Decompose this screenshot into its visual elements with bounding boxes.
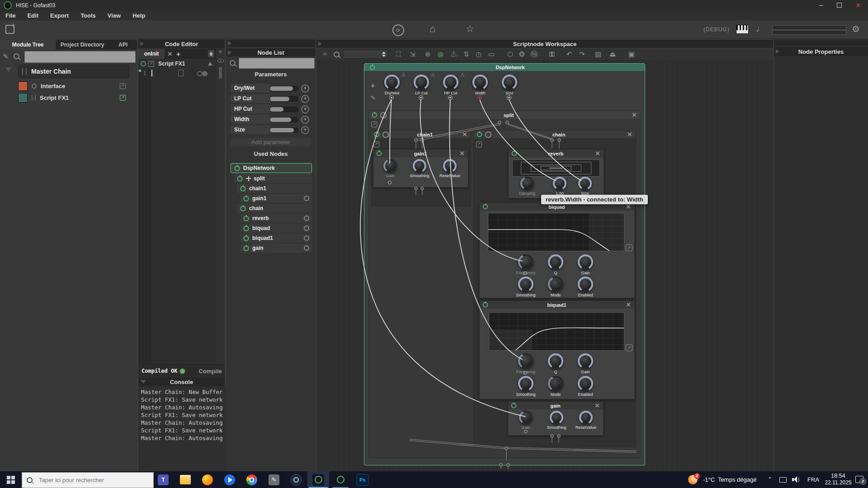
chain1-header[interactable]: chain1 ✕: [371, 131, 471, 138]
biquad-knob-gain[interactable]: Gain: [573, 254, 598, 275]
taskbar-app-firefox[interactable]: [197, 471, 218, 488]
taskbar-app-player[interactable]: [219, 471, 241, 488]
add-tab-icon[interactable]: +: [176, 50, 180, 58]
clock-widget[interactable]: 18:54 22.11.2025: [824, 473, 853, 486]
delete-node-icon[interactable]: ✕: [625, 203, 632, 210]
param-add-connection-icon[interactable]: +: [301, 95, 309, 103]
biquad-knob-smoothing[interactable]: Smoothing: [513, 277, 538, 297]
freeze-icon[interactable]: ✳: [322, 51, 328, 57]
fold-icon[interactable]: [318, 42, 322, 46]
fit-to-screen-icon[interactable]: ⛶: [396, 51, 401, 57]
power-icon[interactable]: [477, 132, 482, 137]
workspace-header[interactable]: Scriptnode Workspace: [316, 40, 773, 48]
delete-node-icon[interactable]: ✕: [594, 402, 601, 409]
network-knob-size[interactable]: Size: [497, 75, 522, 95]
drag-handle-icon[interactable]: [32, 95, 36, 100]
delete-node-icon[interactable]: ✕: [594, 150, 601, 157]
menu-tools[interactable]: Tools: [80, 12, 96, 19]
reverb-node[interactable]: reverb✕ Damping 1.00 Size: [508, 149, 604, 198]
interface-color-swatch[interactable]: [18, 81, 28, 91]
maximize-button[interactable]: [830, 0, 848, 10]
home-icon[interactable]: ⌂: [429, 24, 435, 34]
tab-api[interactable]: API: [109, 40, 137, 50]
param-label-lpcut[interactable]: LP Cut: [231, 94, 270, 103]
param-slider-size[interactable]: [269, 127, 298, 133]
binoculars-icon[interactable]: [197, 71, 203, 76]
error-icon[interactable]: ⊗: [425, 51, 431, 57]
tab-oninit[interactable]: onInit: [138, 49, 165, 59]
fold-icon[interactable]: [228, 41, 231, 46]
interface-label[interactable]: Interface: [41, 83, 65, 89]
module-search-icon[interactable]: [14, 53, 19, 59]
biquad1-knob-q[interactable]: Q: [543, 353, 568, 374]
minimize-button[interactable]: ─: [812, 0, 830, 10]
color-icon[interactable]: ❂: [519, 51, 525, 57]
taskbar-search[interactable]: [22, 472, 154, 488]
mod-target-icon[interactable]: [304, 216, 309, 221]
fold-icon[interactable]: [140, 42, 144, 46]
biquad1-knob-smoothing[interactable]: Smoothing: [513, 376, 538, 397]
dspnetwork-header[interactable]: DspNetwork: [364, 64, 645, 71]
power-icon[interactable]: [483, 302, 488, 307]
network-icon[interactable]: [779, 477, 787, 483]
comment-bubble-icon[interactable]: ▭: [488, 51, 495, 57]
tray-chevron-icon[interactable]: ⌃: [768, 477, 772, 482]
node-search-input[interactable]: [239, 58, 315, 69]
export-eject-icon[interactable]: ⏏: [609, 51, 616, 57]
console-log[interactable]: Master Chain: New Buffer Script FX1: Sav…: [138, 386, 227, 473]
edit-pencil-icon[interactable]: ✎: [3, 53, 9, 60]
reverb-knob-damping[interactable]: Damping: [514, 177, 540, 196]
param-label-size[interactable]: Size: [231, 125, 270, 134]
gain-node[interactable]: gain✕ Gain Smoothing ResetValue: [508, 401, 604, 436]
biquad-node[interactable]: biquad✕ ↗ Frequency Q Gain Smoothing Mod…: [479, 202, 635, 298]
tab-project-directory[interactable]: Project Directory: [56, 40, 109, 50]
menu-view[interactable]: View: [108, 12, 121, 19]
param-label-width[interactable]: Width: [231, 115, 270, 124]
node-search-icon[interactable]: [230, 60, 236, 66]
profile-clock-icon[interactable]: ◷: [476, 51, 481, 57]
scriptnode-canvas[interactable]: DspNetwork + ✎ Dry/Wet LP Cut HP Cut Wid…: [316, 60, 773, 471]
reverb-knob-size[interactable]: Size: [572, 177, 598, 196]
speaker-icon[interactable]: ): [792, 476, 799, 483]
biquad-knob-enabled[interactable]: Enabled: [573, 277, 598, 297]
language-indicator[interactable]: FRA: [807, 476, 819, 483]
taskbar-app-chrome[interactable]: [241, 471, 263, 488]
wrap-node-icon[interactable]: ⬡: [507, 51, 513, 57]
biquad-knob-q[interactable]: Q: [543, 254, 568, 275]
node-properties-header[interactable]: Node Properties: [774, 47, 868, 56]
network-knob-drywet[interactable]: Dry/Wet: [379, 75, 405, 95]
delete-node-icon[interactable]: ✕: [461, 131, 468, 138]
used-node-split[interactable]: split: [234, 174, 312, 183]
param-slider-lpcut[interactable]: [269, 96, 298, 102]
power-icon[interactable]: [377, 151, 382, 156]
close-tab-icon[interactable]: ✕: [166, 51, 174, 57]
interface-open-icon[interactable]: ↗: [120, 83, 126, 89]
power-icon[interactable]: [512, 151, 517, 156]
power-icon[interactable]: [370, 65, 375, 70]
power-icon[interactable]: [372, 113, 377, 117]
param-slider-width[interactable]: [269, 117, 298, 122]
node-list-outer-bar[interactable]: [226, 40, 316, 47]
close-button[interactable]: ✕: [848, 0, 868, 10]
biquad-knob-frequency[interactable]: Frequency: [513, 254, 538, 275]
open-external-icon[interactable]: ↗: [476, 141, 482, 147]
chain-header[interactable]: chain ✕: [474, 131, 636, 138]
scrollbar-thumb[interactable]: [219, 67, 222, 79]
cpu-meter-icon[interactable]: ⟳: [392, 24, 404, 36]
font-size-stepper[interactable]: [208, 50, 214, 57]
taskbar-app-explorer[interactable]: [175, 471, 196, 488]
biquad1-node[interactable]: biquad1✕ ↗ Frequency Q Gain Smoothing Mo…: [479, 300, 635, 399]
percent-icon[interactable]: %: [531, 51, 538, 57]
network-knob-lpcut[interactable]: LP Cut: [409, 75, 434, 95]
taskbar-app-hise[interactable]: [330, 471, 351, 488]
mod-target-icon[interactable]: [304, 245, 309, 251]
redo-icon[interactable]: ↷: [579, 51, 585, 57]
save-icon[interactable]: ▤: [595, 51, 601, 57]
drag-handle-icon[interactable]: [22, 68, 27, 75]
keyboard-icon[interactable]: [736, 25, 749, 34]
notification-icon[interactable]: 2: [855, 476, 863, 483]
gain1-node[interactable]: gain1✕ Gain Smoothing ResetValue: [373, 149, 468, 188]
gain-knob-smoothing[interactable]: Smoothing: [544, 411, 569, 430]
menu-edit[interactable]: Edit: [27, 12, 38, 19]
scriptfx1-color-swatch[interactable]: [18, 93, 28, 103]
